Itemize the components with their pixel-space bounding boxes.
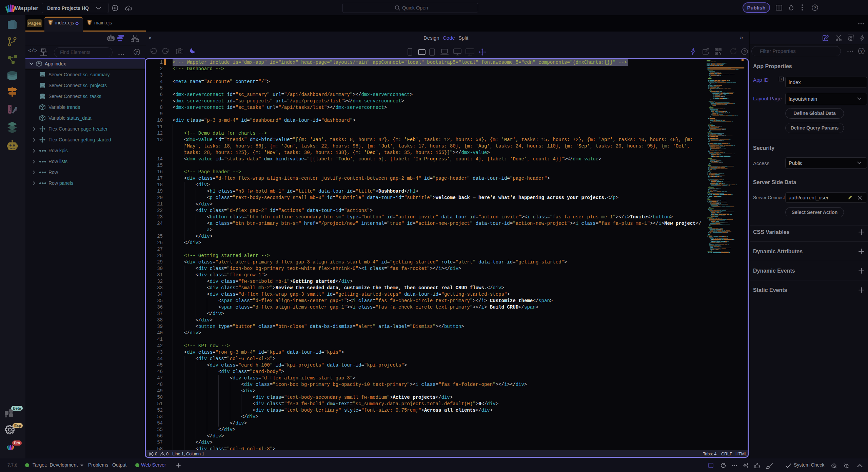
svg-text:?: ? [136, 50, 138, 54]
svg-text:?: ? [860, 49, 863, 53]
svg-text:i: i [781, 78, 782, 81]
svg-text:?: ? [743, 50, 746, 54]
svg-text:?: ? [814, 6, 816, 10]
